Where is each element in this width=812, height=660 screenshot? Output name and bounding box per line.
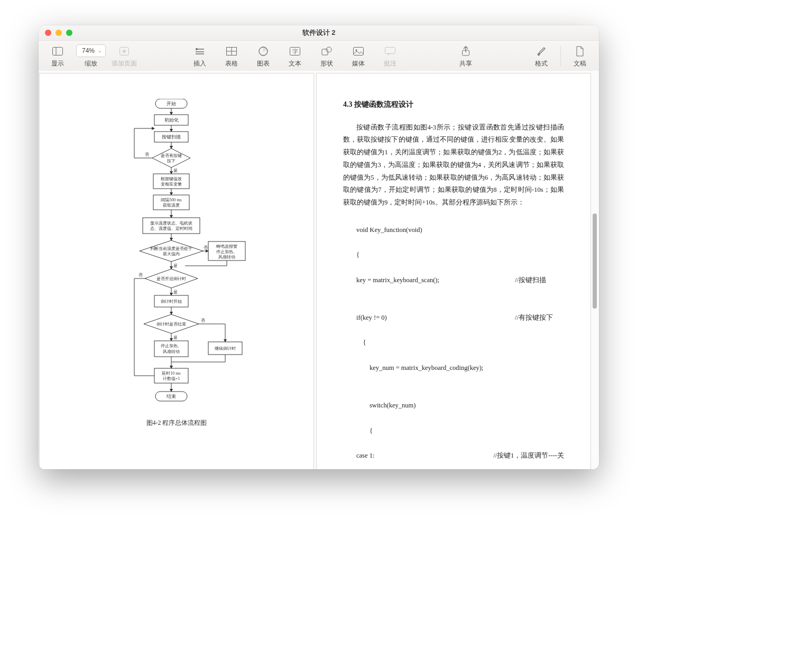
- section-heading: 4.3 按键函数流程设计: [343, 98, 564, 112]
- shape-button[interactable]: 形状: [311, 41, 343, 71]
- svg-text:开始: 开始: [167, 101, 176, 106]
- svg-point-16: [326, 47, 331, 52]
- svg-text:间隔500 ms: 间隔500 ms: [161, 198, 181, 202]
- share-button[interactable]: 共享: [450, 41, 482, 71]
- chart-button[interactable]: 图表: [247, 41, 279, 71]
- page-right[interactable]: 4.3 按键函数流程设计 按键函数子流程图如图4-3所示；按键设置函数首先通过按…: [316, 73, 591, 469]
- comment-icon: [385, 44, 395, 58]
- svg-text:变相应变量: 变相应变量: [161, 182, 182, 187]
- shape-icon: [321, 44, 332, 58]
- media-button[interactable]: 媒体: [343, 41, 374, 71]
- format-button[interactable]: 格式: [525, 41, 557, 71]
- minimize-window[interactable]: [56, 30, 62, 36]
- svg-rect-17: [354, 47, 364, 55]
- svg-text:是: 是: [173, 168, 178, 173]
- chart-icon: [259, 44, 268, 58]
- svg-text:根据键值改: 根据键值改: [161, 176, 182, 181]
- svg-text:继续倒计时: 继续倒计时: [215, 346, 236, 351]
- svg-text:初始化: 初始化: [164, 117, 179, 123]
- zoom-select[interactable]: 74% ⌄: [76, 44, 106, 57]
- svg-text:停止加热、: 停止加热、: [161, 343, 182, 348]
- text-icon: 字: [290, 44, 300, 58]
- insert-button[interactable]: 插入: [184, 41, 216, 71]
- svg-rect-35: [143, 218, 200, 234]
- document-icon: [576, 44, 584, 58]
- zoom-window[interactable]: [66, 30, 72, 36]
- paragraph: 按键函数子流程图如图4-3所示；按键设置函数首先通过按键扫描函数，获取按键按下的…: [343, 122, 564, 209]
- svg-point-18: [356, 49, 357, 51]
- svg-text:是否有按键: 是否有按键: [161, 153, 182, 158]
- svg-text:否: 否: [139, 273, 143, 277]
- svg-text:结束: 结束: [167, 394, 176, 399]
- comment-button[interactable]: 批注: [374, 41, 406, 71]
- svg-text:计数值+1: 计数值+1: [163, 376, 180, 381]
- page-left[interactable]: 开始 初始化 按键扫描 是否有按键 按下 根据键值改 变相应变量 间隔500 m…: [39, 73, 314, 469]
- document-area: 开始 初始化 按键扫描 是否有按键 按下 根据键值改 变相应变量 间隔500 m…: [39, 71, 599, 469]
- svg-text:是: 是: [173, 335, 178, 340]
- share-icon: [461, 44, 470, 58]
- insert-icon: [195, 44, 205, 58]
- svg-text:判断当前温度是否处于: 判断当前温度是否处于: [150, 246, 192, 251]
- svg-rect-15: [322, 49, 328, 55]
- svg-text:最大值内: 最大值内: [163, 252, 180, 256]
- svg-text:获取温度: 获取温度: [163, 203, 180, 208]
- scrollbar-thumb[interactable]: [593, 213, 597, 309]
- svg-text:是: 是: [173, 290, 178, 294]
- svg-text:否: 否: [201, 318, 205, 323]
- svg-point-6: [196, 48, 198, 50]
- svg-text:显示温度状态、电机状: 显示温度状态、电机状: [150, 221, 192, 226]
- titlebar: 软件设计 2: [39, 25, 599, 41]
- svg-text:否: 否: [204, 245, 208, 250]
- code-block: void Key_function(void) { key = matrix_k…: [343, 211, 564, 469]
- toolbar: 显示 74% ⌄ 缩放 添加页面 插入 表格: [39, 41, 599, 72]
- text-button[interactable]: 字 文本: [279, 41, 311, 71]
- plus-icon: [119, 44, 129, 58]
- svg-marker-29: [152, 148, 190, 168]
- flowchart: 开始 初始化 按键扫描 是否有按键 按下 根据键值改 变相应变量 间隔500 m…: [97, 99, 256, 437]
- svg-rect-0: [53, 47, 63, 55]
- sidebar-icon: [52, 44, 63, 58]
- document-button[interactable]: 文稿: [564, 41, 596, 71]
- window-controls: [45, 30, 72, 36]
- table-button[interactable]: 表格: [216, 41, 247, 71]
- svg-text:停止加热、: 停止加热、: [216, 249, 237, 254]
- add-page-button[interactable]: 添加页面: [108, 41, 140, 71]
- view-button[interactable]: 显示: [42, 41, 73, 71]
- figure-caption: 图4-2 程序总体流程图: [40, 419, 313, 427]
- window-title: 软件设计 2: [39, 28, 599, 38]
- svg-text:倒计时是否结束: 倒计时是否结束: [156, 322, 186, 327]
- svg-text:风扇转动: 风扇转动: [163, 349, 180, 354]
- svg-rect-19: [385, 47, 395, 53]
- zoom-value: 74%: [82, 47, 95, 54]
- svg-text:是: 是: [173, 263, 178, 268]
- vertical-scrollbar[interactable]: [592, 71, 598, 469]
- svg-text:风扇转动: 风扇转动: [218, 255, 235, 259]
- table-icon: [226, 44, 237, 58]
- svg-text:蜂鸣器报警: 蜂鸣器报警: [216, 244, 237, 249]
- svg-text:按键扫描: 按键扫描: [162, 134, 181, 140]
- svg-text:态、温度值、定时时间: 态、温度值、定时时间: [150, 226, 192, 231]
- svg-marker-37: [140, 240, 203, 262]
- media-icon: [353, 44, 364, 58]
- close-window[interactable]: [45, 30, 51, 36]
- svg-text:字: 字: [292, 48, 298, 54]
- svg-text:延时10 ms: 延时10 ms: [161, 371, 180, 376]
- chevron-down-icon: ⌄: [98, 48, 102, 53]
- svg-text:否: 否: [145, 152, 149, 157]
- svg-text:倒计时开始: 倒计时开始: [161, 299, 182, 304]
- app-window: 软件设计 2 显示 74% ⌄ 缩放 添加页面: [39, 25, 599, 469]
- svg-text:按下: 按下: [167, 159, 176, 163]
- svg-text:是否开启倒计时: 是否开启倒计时: [156, 276, 186, 281]
- brush-icon: [537, 44, 546, 58]
